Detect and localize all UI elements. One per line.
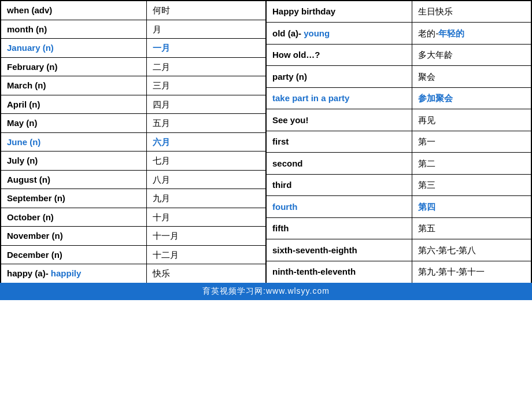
footer-text: 育英视频学习网:www.wlsyy.com bbox=[202, 286, 330, 295]
table-row: take part in a party参加聚会 bbox=[267, 87, 531, 109]
right-zh-cell: 第九-第十-第十一 bbox=[412, 261, 531, 282]
left-zh-cell: 九月 bbox=[147, 189, 266, 208]
table-row: December (n)十二月 bbox=[1, 245, 266, 264]
left-zh-cell: 何时 bbox=[147, 1, 266, 20]
right-zh-cell: 第二 bbox=[412, 153, 531, 175]
right-en-cell: sixth-seventh-eighth bbox=[267, 239, 412, 261]
table-row: party (n)聚会 bbox=[267, 66, 531, 88]
right-zh-cell: 第六-第七-第八 bbox=[412, 239, 531, 261]
left-zh-cell: 十二月 bbox=[147, 245, 266, 264]
right-en-cell: ninth-tenth-eleventh bbox=[267, 261, 412, 282]
right-zh-cell: 第四 bbox=[412, 196, 531, 218]
left-zh-cell: 月 bbox=[147, 20, 266, 39]
table-row: when (adv)何时 bbox=[1, 1, 266, 20]
right-zh-cell: 生日快乐 bbox=[412, 1, 531, 23]
left-en-cell: January (n) bbox=[1, 39, 147, 58]
right-zh-cell: 再见 bbox=[412, 109, 531, 131]
main-container: when (adv)何时month (n)月January (n)一月Febru… bbox=[0, 0, 532, 300]
left-en-cell: August (n) bbox=[1, 170, 147, 189]
right-en-cell: second bbox=[267, 153, 412, 175]
right-en-cell: party (n) bbox=[267, 66, 412, 88]
table-row: Happy birthday生日快乐 bbox=[267, 1, 531, 23]
table-row: See you!再见 bbox=[267, 109, 531, 131]
table-row: happy (a)- happily快乐 bbox=[1, 264, 266, 283]
right-en-cell: first bbox=[267, 131, 412, 153]
right-en-cell: take part in a party bbox=[267, 87, 412, 109]
table-row: November (n)十一月 bbox=[1, 227, 266, 246]
table-row: second第二 bbox=[267, 153, 531, 175]
footer-bar: 育英视频学习网:www.wlsyy.com bbox=[0, 283, 532, 300]
left-en-cell: month (n) bbox=[1, 20, 147, 39]
table-row: May (n)五月 bbox=[1, 114, 266, 133]
table-row: February (n)二月 bbox=[1, 57, 266, 76]
right-zh-cell: 第三 bbox=[412, 174, 531, 196]
table-row: July (n)七月 bbox=[1, 152, 266, 171]
left-zh-cell: 七月 bbox=[147, 152, 266, 171]
left-en-cell: February (n) bbox=[1, 57, 147, 76]
right-en-cell: See you! bbox=[267, 109, 412, 131]
right-en-cell: third bbox=[267, 174, 412, 196]
left-en-cell: when (adv) bbox=[1, 1, 147, 20]
left-zh-cell: 八月 bbox=[147, 170, 266, 189]
left-en-cell: March (n) bbox=[1, 76, 147, 95]
right-table: Happy birthday生日快乐old (a)- young老的-年轻的Ho… bbox=[267, 1, 532, 283]
left-zh-cell: 快乐 bbox=[147, 264, 266, 283]
left-en-cell: May (n) bbox=[1, 114, 147, 133]
tables-row: when (adv)何时month (n)月January (n)一月Febru… bbox=[0, 0, 532, 283]
table-row: September (n)九月 bbox=[1, 189, 266, 208]
table-row: sixth-seventh-eighth第六-第七-第八 bbox=[267, 239, 531, 261]
left-zh-cell: 六月 bbox=[147, 132, 266, 152]
left-en-cell: September (n) bbox=[1, 189, 147, 208]
left-table: when (adv)何时month (n)月January (n)一月Febru… bbox=[1, 1, 267, 283]
right-zh-cell: 老的-年轻的 bbox=[412, 23, 531, 45]
left-zh-cell: 五月 bbox=[147, 114, 266, 133]
left-zh-cell: 三月 bbox=[147, 76, 266, 95]
left-en-cell: April (n) bbox=[1, 95, 147, 114]
left-en-cell: June (n) bbox=[1, 132, 147, 152]
left-zh-cell: 一月 bbox=[147, 39, 266, 58]
right-zh-cell: 多大年龄 bbox=[412, 44, 531, 66]
left-zh-cell: 四月 bbox=[147, 95, 266, 114]
left-zh-cell: 十月 bbox=[147, 208, 266, 227]
left-en-cell: July (n) bbox=[1, 152, 147, 171]
table-row: October (n)十月 bbox=[1, 208, 266, 227]
right-en-cell: fourth bbox=[267, 196, 412, 218]
right-en-cell: How old…? bbox=[267, 44, 412, 66]
left-en-cell: October (n) bbox=[1, 208, 147, 227]
left-en-cell: happy (a)- happily bbox=[1, 264, 147, 283]
table-row: June (n)六月 bbox=[1, 132, 266, 152]
left-zh-cell: 二月 bbox=[147, 57, 266, 76]
table-row: old (a)- young老的-年轻的 bbox=[267, 23, 531, 45]
right-en-cell: Happy birthday bbox=[267, 1, 412, 23]
right-zh-cell: 聚会 bbox=[412, 66, 531, 88]
table-row: March (n)三月 bbox=[1, 76, 266, 95]
table-row: fourth第四 bbox=[267, 196, 531, 218]
right-en-cell: fifth bbox=[267, 217, 412, 239]
left-en-cell: December (n) bbox=[1, 245, 147, 264]
table-row: first第一 bbox=[267, 131, 531, 153]
table-row: August (n)八月 bbox=[1, 170, 266, 189]
left-zh-cell: 十一月 bbox=[147, 227, 266, 246]
table-row: ninth-tenth-eleventh第九-第十-第十一 bbox=[267, 261, 531, 282]
right-zh-cell: 第五 bbox=[412, 217, 531, 239]
right-zh-cell: 参加聚会 bbox=[412, 87, 531, 109]
table-row: month (n)月 bbox=[1, 20, 266, 39]
table-row: January (n)一月 bbox=[1, 39, 266, 58]
table-row: April (n)四月 bbox=[1, 95, 266, 114]
table-row: fifth第五 bbox=[267, 217, 531, 239]
left-en-cell: November (n) bbox=[1, 227, 147, 246]
table-row: How old…?多大年龄 bbox=[267, 44, 531, 66]
right-zh-cell: 第一 bbox=[412, 131, 531, 153]
right-en-cell: old (a)- young bbox=[267, 23, 412, 45]
table-row: third第三 bbox=[267, 174, 531, 196]
